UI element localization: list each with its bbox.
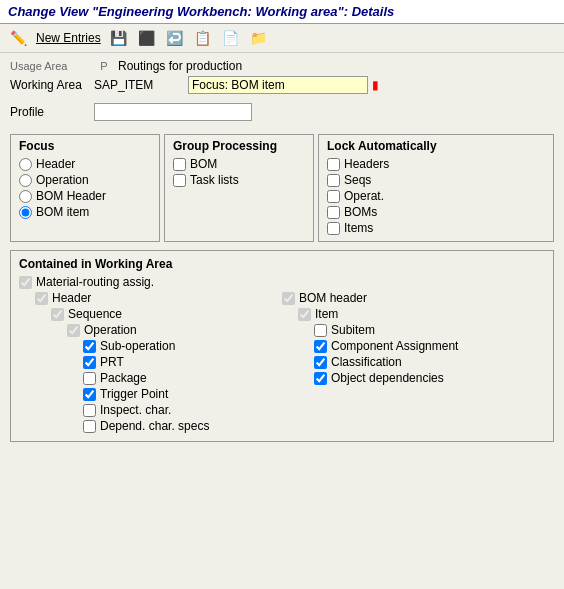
focus-radio-bom-item: BOM item [19, 205, 151, 219]
p-label: P [94, 60, 114, 72]
right-tree-col: BOM header Item Subitem Component Assign… [282, 291, 545, 435]
form-area: Usage Area P Routings for production Wor… [0, 53, 564, 130]
subitem-checkbox[interactable] [314, 324, 327, 337]
focus-radio-bom-header: BOM Header [19, 189, 151, 203]
group-processing-panel: Group Processing BOM Task lists [164, 134, 314, 242]
two-col-tree: Header Sequence Operation Sub-operation … [19, 291, 545, 435]
focus-operation-label: Operation [36, 173, 89, 187]
lock-boms-checkbox[interactable] [327, 206, 340, 219]
component-assignment-row: Component Assignment [314, 339, 545, 353]
focus-radio-bom-item-input[interactable] [19, 206, 32, 219]
sub-operation-row: Sub-operation [83, 339, 282, 353]
usage-area-row: Usage Area P Routings for production [10, 59, 554, 73]
gp-bom-label: BOM [190, 157, 217, 171]
profile-label: Profile [10, 105, 90, 119]
focus-radio-operation: Operation [19, 173, 151, 187]
lock-operat-row: Operat. [327, 189, 545, 203]
package-label: Package [100, 371, 147, 385]
sequence-checkbox [51, 308, 64, 321]
working-area-label: Working Area [10, 78, 90, 92]
folder-icon[interactable]: 📁 [249, 28, 269, 48]
prt-checkbox[interactable] [83, 356, 96, 369]
component-assignment-checkbox[interactable] [314, 340, 327, 353]
gp-tasklists-checkbox[interactable] [173, 174, 186, 187]
operation-checkbox [67, 324, 80, 337]
item-row: Item [298, 307, 545, 321]
left-tree-col: Header Sequence Operation Sub-operation … [19, 291, 282, 435]
undo-icon[interactable]: ↩️ [165, 28, 185, 48]
lock-auto-title: Lock Automatically [327, 139, 545, 153]
lock-headers-label: Headers [344, 157, 389, 171]
focus-radio-operation-input[interactable] [19, 174, 32, 187]
classification-row: Classification [314, 355, 545, 369]
sub-operation-checkbox[interactable] [83, 340, 96, 353]
trigger-point-label: Trigger Point [100, 387, 168, 401]
sequence-row: Sequence [51, 307, 282, 321]
lock-auto-panel: Lock Automatically Headers Seqs Operat. … [318, 134, 554, 242]
working-area-value: SAP_ITEM [94, 78, 184, 92]
gp-bom-checkbox[interactable] [173, 158, 186, 171]
operation-label: Operation [84, 323, 137, 337]
classification-checkbox[interactable] [314, 356, 327, 369]
inspect-char-checkbox[interactable] [83, 404, 96, 417]
new-entries-button[interactable]: New Entries [36, 31, 101, 45]
inspect-char-label: Inspect. char. [100, 403, 171, 417]
title-bar: Change View "Engineering Workbench: Work… [0, 0, 564, 24]
object-dependencies-checkbox[interactable] [314, 372, 327, 385]
contained-title: Contained in Working Area [19, 257, 545, 271]
focus-radio-header-input[interactable] [19, 158, 32, 171]
package-checkbox[interactable] [83, 372, 96, 385]
prt-label: PRT [100, 355, 124, 369]
package-row: Package [83, 371, 282, 385]
lock-headers-checkbox[interactable] [327, 158, 340, 171]
copy-icon[interactable]: 📋 [193, 28, 213, 48]
working-area-row: Working Area SAP_ITEM ▮ [10, 76, 554, 94]
gp-tasklists-row: Task lists [173, 173, 305, 187]
depend-char-specs-row: Depend. char. specs [83, 419, 282, 433]
lock-seqs-checkbox[interactable] [327, 174, 340, 187]
object-dependencies-row: Object dependencies [314, 371, 545, 385]
prt-row: PRT [83, 355, 282, 369]
toolbar: ✏️ New Entries 💾 ⬛ ↩️ 📋 📄 📁 [0, 24, 564, 53]
trigger-point-row: Trigger Point [83, 387, 282, 401]
lock-seqs-label: Seqs [344, 173, 371, 187]
profile-input[interactable] [94, 103, 252, 121]
header-label: Header [52, 291, 91, 305]
lock-seqs-row: Seqs [327, 173, 545, 187]
focus-radio-header: Header [19, 157, 151, 171]
lock-items-label: Items [344, 221, 373, 235]
edit-icon[interactable]: ✏️ [8, 28, 28, 48]
subitem-row: Subitem [314, 323, 545, 337]
focus-bom-item-label: BOM item [36, 205, 89, 219]
profile-row: Profile [10, 103, 554, 121]
focus-panel: Focus Header Operation BOM Header BOM it… [10, 134, 160, 242]
gp-bom-row: BOM [173, 157, 305, 171]
component-assignment-label: Component Assignment [331, 339, 458, 353]
gp-tasklists-label: Task lists [190, 173, 239, 187]
contained-section: Contained in Working Area Material-routi… [10, 250, 554, 442]
lock-boms-label: BOMs [344, 205, 377, 219]
paste-icon[interactable]: 📄 [221, 28, 241, 48]
material-routing-label: Material-routing assig. [36, 275, 154, 289]
back-icon[interactable]: ⬛ [137, 28, 157, 48]
material-routing-checkbox [19, 276, 32, 289]
bom-header-checkbox [282, 292, 295, 305]
depend-char-specs-checkbox[interactable] [83, 420, 96, 433]
focus-radio-bom-header-input[interactable] [19, 190, 32, 203]
lock-items-checkbox[interactable] [327, 222, 340, 235]
lock-operat-checkbox[interactable] [327, 190, 340, 203]
focus-bom-header-label: BOM Header [36, 189, 106, 203]
trigger-point-checkbox[interactable] [83, 388, 96, 401]
material-routing-row: Material-routing assig. [19, 275, 545, 289]
object-dependencies-label: Object dependencies [331, 371, 444, 385]
usage-area-label: Usage Area [10, 60, 90, 72]
bom-header-row: BOM header [282, 291, 545, 305]
subitem-label: Subitem [331, 323, 375, 337]
focus-input[interactable] [188, 76, 368, 94]
header-checkbox [35, 292, 48, 305]
lock-boms-row: BOMs [327, 205, 545, 219]
required-marker: ▮ [372, 78, 379, 92]
save-icon[interactable]: 💾 [109, 28, 129, 48]
depend-char-specs-label: Depend. char. specs [100, 419, 209, 433]
sequence-label: Sequence [68, 307, 122, 321]
